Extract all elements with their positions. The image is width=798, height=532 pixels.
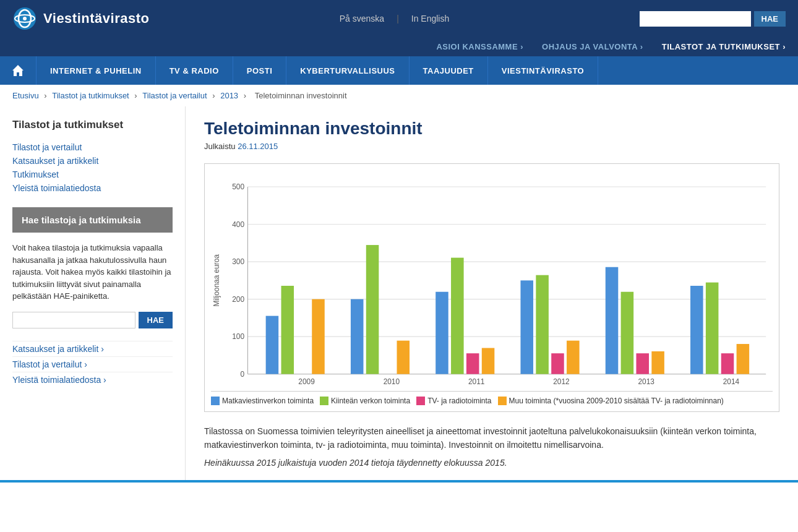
- legend-label-matka: Matkaviestinverkon toiminta: [222, 397, 314, 405]
- chart-legend: Matkaviestinverkon toiminta Kiinteän ver…: [211, 391, 773, 405]
- sidebar-search-button[interactable]: HAE: [139, 312, 173, 328]
- nav-taajuudet[interactable]: TAAJUUDET: [410, 56, 488, 85]
- sidebar-bottom-link-katsaukset[interactable]: Katsaukset ja artikkelit ›: [12, 344, 104, 354]
- svg-text:2014: 2014: [723, 377, 740, 386]
- legend-matka: Matkaviestinverkon toiminta: [211, 397, 314, 405]
- list-item: Katsaukset ja artikkelit: [12, 154, 173, 168]
- bar-2014-tv: [721, 353, 734, 374]
- svg-text:0: 0: [240, 370, 244, 379]
- list-item: Yleistä toimialatiedosta: [12, 181, 173, 195]
- legend-kiintea: Kiinteän verkon toiminta: [320, 397, 410, 405]
- legend-label-muu: Muu toiminta (*vuosina 2009-2010 sisältä…: [509, 397, 724, 405]
- nav-kyber[interactable]: KYBERTURVALLISUUS: [286, 56, 409, 85]
- logo-icon: [12, 6, 37, 31]
- svg-text:100: 100: [232, 332, 244, 341]
- legend-label-tv: TV- ja radiotoiminta: [427, 397, 491, 405]
- breadcrumb-current: Teletoiminnan investoinnit: [255, 91, 347, 100]
- nav-posti[interactable]: POSTI: [233, 56, 287, 85]
- logo-area: Viestintävirasto: [12, 6, 149, 31]
- sidebar-bottom-links: Katsaukset ja artikkelit › Tilastot ja v…: [12, 341, 173, 387]
- sidebar-links: Tilastot ja vertailut Katsaukset ja arti…: [12, 140, 173, 195]
- nav-tv-radio[interactable]: TV & RADIO: [156, 56, 233, 85]
- sidebar-link-katsaukset[interactable]: Katsaukset ja artikkelit: [12, 156, 98, 166]
- bar-2013-muu: [651, 351, 664, 374]
- bar-2012-tv: [551, 353, 564, 374]
- publish-date: Julkaistu 26.11.2015: [204, 142, 779, 151]
- bar-2013-matka: [606, 267, 619, 374]
- sidebar-heading: Tilastot ja tutkimukset: [12, 119, 173, 131]
- sidebar-bottom-link-tilastot[interactable]: Tilastot ja vertailut ›: [12, 359, 87, 369]
- main-nav: INTERNET & PUHELIN TV & RADIO POSTI KYBE…: [0, 56, 798, 85]
- sidebar-link-tilastot[interactable]: Tilastot ja vertailut: [12, 142, 82, 152]
- bar-2011-tv: [466, 353, 479, 374]
- body-text: Tilastossa on Suomessa toimivien teleyri…: [204, 424, 779, 452]
- bar-2011-matka: [435, 292, 448, 374]
- published-label: Julkaistu: [204, 142, 236, 151]
- svg-text:300: 300: [232, 257, 244, 266]
- nav-viestintavirasto[interactable]: VIESTINTÄVIRASTO: [488, 56, 598, 85]
- bar-2011-kiintea: [451, 258, 464, 374]
- sidebar-search-input[interactable]: [12, 312, 135, 328]
- header-search-button[interactable]: HAE: [754, 11, 786, 27]
- legend-muu: Muu toiminta (*vuosina 2009-2010 sisältä…: [498, 397, 724, 405]
- secondary-nav-item-ohjaus[interactable]: OHJAUS JA VALVONTA: [542, 42, 643, 51]
- breadcrumb-2013[interactable]: 2013: [220, 91, 238, 100]
- note-text: Heinäkuussa 2015 julkaistuja vuoden 2014…: [204, 458, 779, 468]
- nav-internet-puhelin[interactable]: INTERNET & PUHELIN: [36, 56, 156, 85]
- svg-point-3: [23, 17, 27, 20]
- svg-text:500: 500: [232, 182, 244, 191]
- breadcrumb-vertailut[interactable]: Tilastot ja vertailut: [142, 91, 207, 100]
- bar-2012-kiintea: [536, 275, 549, 374]
- sidebar-description: Voit hakea tilastoja ja tutkimuksia vapa…: [12, 242, 173, 302]
- sidebar-search-form: HAE: [12, 312, 173, 328]
- logo-text: Viestintävirasto: [43, 11, 149, 27]
- bar-2009-muu: [312, 299, 325, 374]
- y-axis-label: Miljoonaa euroa: [212, 254, 221, 307]
- list-item: Tilastot ja vertailut ›: [12, 356, 173, 372]
- sidebar-bottom-link-yleista[interactable]: Yleistä toimialatiedosta ›: [12, 375, 106, 385]
- list-item: Yleistä toimialatiedosta ›: [12, 372, 173, 387]
- page-title: Teletoiminnan investoinnit: [204, 119, 779, 139]
- bar-2013-kiintea: [621, 292, 634, 374]
- header-lang-links: På svenska | In English: [340, 14, 450, 24]
- bar-2010-kiintea: [366, 245, 379, 374]
- bar-2009-matka: [266, 316, 279, 374]
- bar-2012-muu: [567, 341, 580, 374]
- breadcrumb: Etusivu › Tilastot ja tutkimukset › Tila…: [0, 85, 798, 106]
- svg-text:2012: 2012: [553, 377, 569, 386]
- secondary-nav: ASIOI KANSSAMME OHJAUS JA VALVONTA TILAS…: [0, 37, 798, 56]
- breadcrumb-sep4: ›: [244, 91, 249, 100]
- bar-2010-matka: [351, 299, 364, 374]
- lang-english-link[interactable]: In English: [411, 14, 449, 24]
- bar-2009-kiintea: [281, 286, 294, 374]
- secondary-nav-item-tilastot[interactable]: TILASTOT JA TUTKIMUKSET: [662, 42, 786, 51]
- lang-swedish-link[interactable]: På svenska: [340, 14, 384, 24]
- legend-tv: TV- ja radiotoiminta: [416, 397, 491, 405]
- list-item: Katsaukset ja artikkelit ›: [12, 341, 173, 356]
- breadcrumb-sep1: ›: [44, 91, 49, 100]
- header-search-input[interactable]: [640, 11, 751, 27]
- svg-text:2011: 2011: [468, 377, 485, 386]
- header-top: Viestintävirasto På svenska | In English…: [0, 0, 798, 37]
- bar-2011-muu: [482, 348, 495, 374]
- sidebar-link-yleista[interactable]: Yleistä toimialatiedosta: [12, 183, 101, 193]
- home-icon: [11, 64, 25, 77]
- header-search-area: HAE: [640, 11, 786, 27]
- chart-container: Miljoonaa euroa 500 400 300 200 1: [204, 163, 779, 412]
- svg-text:2009: 2009: [298, 377, 315, 386]
- legend-color-matka: [211, 397, 220, 405]
- main-content: Teletoiminnan investoinnit Julkaistu 26.…: [186, 106, 798, 480]
- bar-2014-kiintea: [706, 283, 719, 374]
- legend-color-muu: [498, 397, 507, 405]
- sidebar-link-tutkimukset[interactable]: Tutkimukset: [12, 169, 59, 179]
- breadcrumb-tilastot[interactable]: Tilastot ja tutkimukset: [52, 91, 129, 100]
- blue-bottom-bar: [0, 480, 798, 483]
- svg-text:2013: 2013: [638, 377, 654, 386]
- content-wrapper: Tilastot ja tutkimukset Tilastot ja vert…: [0, 106, 798, 480]
- sidebar: Tilastot ja tutkimukset Tilastot ja vert…: [0, 106, 186, 480]
- breadcrumb-etusivu[interactable]: Etusivu: [12, 91, 39, 100]
- legend-label-kiintea: Kiinteän verkon toiminta: [331, 397, 410, 405]
- breadcrumb-sep2: ›: [134, 91, 139, 100]
- secondary-nav-item-asioi[interactable]: ASIOI KANSSAMME: [436, 42, 523, 51]
- home-button[interactable]: [0, 56, 36, 85]
